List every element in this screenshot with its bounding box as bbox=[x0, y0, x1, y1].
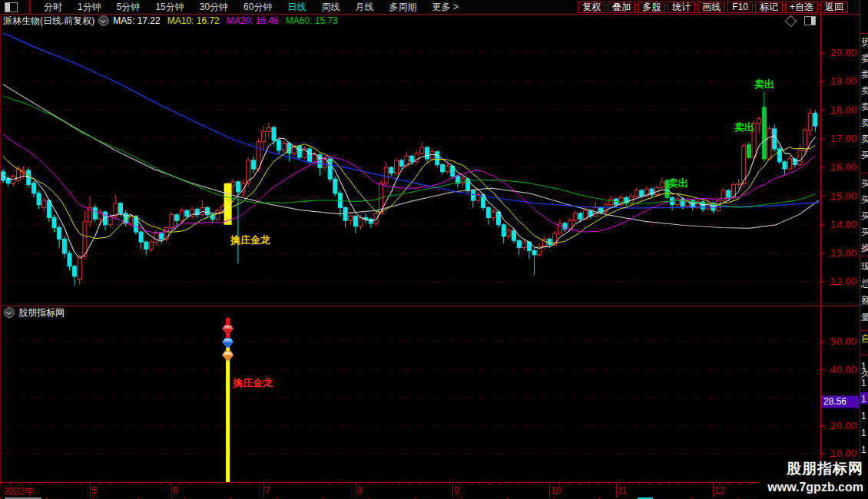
strip-row-fragment: 1 bbox=[861, 444, 868, 457]
candle-body bbox=[282, 143, 286, 150]
candle-body bbox=[757, 119, 761, 124]
price-axis-label: 19.00 bbox=[830, 76, 856, 87]
ma-legend: MA5: 17.22MA10: 16.72MA20: 16.46MA60: 15… bbox=[113, 15, 345, 26]
menu-item-5分钟[interactable]: 5分钟 bbox=[109, 0, 148, 14]
menu-item-日线[interactable]: 日线 bbox=[280, 0, 313, 14]
candle-body bbox=[471, 190, 475, 200]
candle-body bbox=[364, 217, 368, 219]
strip-row-fragment: 买 bbox=[861, 194, 868, 207]
menu-item-月线[interactable]: 月线 bbox=[347, 0, 381, 14]
toolbar-button-画线[interactable]: 画线 bbox=[697, 2, 725, 13]
candle-body bbox=[773, 129, 777, 149]
chevron-down-icon[interactable] bbox=[4, 307, 15, 318]
candle-body bbox=[599, 207, 603, 212]
candle-body bbox=[78, 256, 81, 279]
candle-body bbox=[369, 219, 373, 223]
candle-body bbox=[349, 216, 353, 221]
price-axis-label: 16.00 bbox=[830, 162, 856, 173]
candle-body bbox=[353, 216, 357, 226]
price-axis-label: 15.00 bbox=[830, 191, 856, 202]
candle-body bbox=[164, 228, 168, 240]
menu-item-15分钟[interactable]: 15分钟 bbox=[147, 0, 191, 14]
ma-legend-value: MA20: 16.46 bbox=[227, 15, 279, 26]
toolbar-button-统计[interactable]: 统计 bbox=[668, 2, 695, 13]
candle-body bbox=[160, 233, 164, 239]
price-axis-label: 12.00 bbox=[830, 276, 856, 287]
gem-red bbox=[223, 329, 234, 335]
toolbar-buttons: 复权叠加多股统计画线F10标记+自选返回 bbox=[575, 2, 848, 13]
toolbar-button-F10[interactable]: F10 bbox=[727, 2, 753, 13]
menu-item-多周期[interactable]: 多周期 bbox=[381, 0, 424, 14]
main-candlestick-chart[interactable]: 20.0019.0018.0017.0016.0015.0014.0013.00… bbox=[0, 28, 859, 306]
candle-body bbox=[640, 190, 644, 196]
month-tick bbox=[616, 483, 617, 497]
toolbar-button-+自选[interactable]: +自选 bbox=[785, 2, 818, 13]
candle-body bbox=[762, 107, 766, 159]
strip-row-fragment: 换 bbox=[861, 243, 868, 255]
indicator-yellow-bar bbox=[226, 347, 230, 482]
candle-body bbox=[384, 167, 388, 183]
candle-body bbox=[813, 113, 817, 126]
month-tick bbox=[452, 483, 453, 497]
split-pane-icon[interactable] bbox=[5, 2, 18, 12]
candle-body bbox=[568, 220, 572, 229]
menu-item-分时[interactable]: 分时 bbox=[36, 0, 70, 14]
price-axis-label: 13.00 bbox=[830, 248, 856, 259]
strip-row-fragment: 1 bbox=[861, 361, 868, 373]
menu-item-周线[interactable]: 周线 bbox=[313, 0, 347, 14]
strip-row-fragment: 买 bbox=[861, 178, 868, 190]
candle-body bbox=[767, 129, 771, 159]
toolbar-button-叠加[interactable]: 叠加 bbox=[608, 2, 635, 13]
toolbar-button-返回[interactable]: 返回 bbox=[820, 2, 848, 13]
toolbar-button-复权[interactable]: 复权 bbox=[578, 2, 605, 13]
month-tick bbox=[171, 483, 172, 497]
candle-body bbox=[185, 210, 189, 216]
menu-item-更多 >[interactable]: 更多 > bbox=[424, 0, 465, 14]
month-tick bbox=[90, 483, 91, 497]
strip-row-fragment: 卖 bbox=[861, 134, 868, 146]
strip-row-fragment: 现 bbox=[861, 261, 868, 273]
candle-body bbox=[660, 182, 664, 187]
candle-body bbox=[68, 253, 71, 266]
date-label: 10 bbox=[551, 485, 561, 496]
month-tick bbox=[263, 483, 264, 497]
toolbar-button-标记[interactable]: 标记 bbox=[755, 2, 783, 13]
candle-body bbox=[783, 162, 787, 169]
candle-body bbox=[277, 140, 281, 150]
strip-separator bbox=[860, 355, 868, 355]
ma-legend-value: MA5: 17.22 bbox=[113, 15, 160, 26]
candle-body bbox=[333, 179, 337, 193]
candle-body bbox=[216, 210, 220, 219]
strip-separator bbox=[860, 330, 868, 331]
candle-body bbox=[798, 150, 802, 165]
candle-body bbox=[389, 167, 393, 173]
sell-signal-label: 卖出 bbox=[668, 177, 688, 189]
gem-orange bbox=[223, 355, 234, 362]
candle-body bbox=[517, 240, 521, 247]
menu-item-60分钟[interactable]: 60分钟 bbox=[236, 0, 280, 14]
ma10-line bbox=[3, 144, 815, 243]
strip-separator bbox=[860, 173, 868, 173]
candle-body bbox=[170, 215, 174, 228]
menu-item-30分钟[interactable]: 30分钟 bbox=[192, 0, 236, 14]
chart-header: 派林生物(日线.前复权) MA5: 17.22MA10: 16.72MA20: … bbox=[0, 14, 859, 28]
menu-item-1分钟[interactable]: 1分钟 bbox=[70, 0, 109, 14]
candle-body bbox=[793, 159, 797, 164]
strip-separator bbox=[860, 256, 868, 256]
date-axis-ticks bbox=[0, 483, 859, 485]
panel-layout-icon[interactable] bbox=[804, 16, 816, 25]
candle-body bbox=[492, 212, 495, 217]
diamond-icon[interactable] bbox=[785, 15, 797, 27]
sell-signal-label: 卖出 bbox=[754, 78, 774, 90]
toolbar-button-多股[interactable]: 多股 bbox=[638, 2, 665, 13]
month-tick bbox=[549, 483, 550, 497]
candle-body bbox=[410, 156, 414, 161]
candle-body bbox=[37, 193, 41, 205]
indicator-sub-chart[interactable]: 擒庄金龙50.0040.0020.0010.0028.56 bbox=[0, 306, 859, 482]
right-quote-strip[interactable]: 势委卖卖卖卖卖买买买买买换现总额量自久111111 bbox=[860, 0, 868, 499]
strip-separator bbox=[860, 33, 868, 34]
candle-body bbox=[747, 144, 750, 157]
candle-body bbox=[154, 233, 158, 242]
candle-body bbox=[149, 242, 153, 249]
chevron-down-icon[interactable] bbox=[98, 15, 109, 26]
